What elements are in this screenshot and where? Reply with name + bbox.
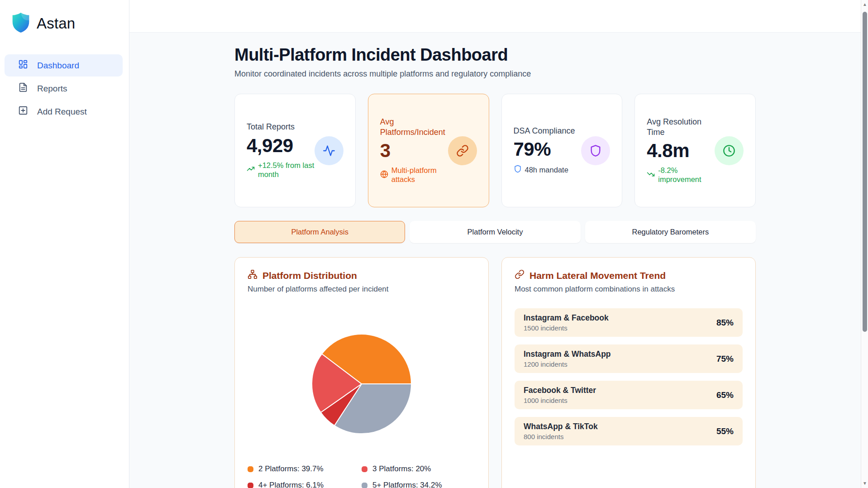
legend-item-2-platforms: 2 Platforms: 39.7% <box>248 464 362 474</box>
top-header-strip <box>129 0 861 33</box>
stat-value: 3 <box>380 140 448 162</box>
main-area: Multi-Platform Incident Dashboard Monito… <box>129 0 861 488</box>
legend-item-4plus-platforms: 4+ Platforms: 6.1% <box>248 481 362 488</box>
legend-swatch-icon <box>248 466 253 472</box>
tab-label: Regulatory Barometers <box>632 228 709 236</box>
tab-platform-analysis[interactable]: Platform Analysis <box>234 221 405 243</box>
page-title: Multi-Platform Incident Dashboard <box>234 45 756 65</box>
stat-change-text: Multi-platform attacks <box>391 166 448 184</box>
stat-label: Avg Resolution Time <box>647 117 715 137</box>
stat-change-text: +12.5% from last month <box>258 161 315 179</box>
pair-label: WhatsApp & TikTok <box>524 422 598 431</box>
brand-name: Astan <box>37 15 75 32</box>
shield-small-icon <box>514 165 522 175</box>
vertical-scrollbar[interactable]: ▲ ▼ <box>861 0 868 488</box>
list-item-instagram-facebook[interactable]: Instagram & Facebook 1500 incidents 85% <box>515 308 743 337</box>
square-plus-icon <box>18 105 28 118</box>
stat-label: Total Reports <box>247 122 315 132</box>
list-item-facebook-twitter[interactable]: Facebook & Twitter 1000 incidents 65% <box>515 381 743 409</box>
legend-swatch-icon <box>362 483 367 488</box>
activity-icon <box>315 136 343 165</box>
stat-change-text: 48h mandate <box>525 166 568 175</box>
scrollbar-thumb[interactable] <box>863 12 867 332</box>
view-tabs: Platform Analysis Platform Velocity Regu… <box>234 221 756 243</box>
stat-value: 4,929 <box>247 135 315 157</box>
network-icon <box>248 269 258 282</box>
pair-percentage: 75% <box>716 354 734 364</box>
sidebar-item-add-request[interactable]: Add Request <box>5 100 123 123</box>
stat-card-total-reports: Total Reports 4,929 +12.5% from last mon… <box>234 94 356 207</box>
sidebar-item-reports[interactable]: Reports <box>5 77 123 100</box>
incident-count: 800 incidents <box>524 433 598 440</box>
shield-icon <box>581 136 610 165</box>
tab-regulatory-barometers[interactable]: Regulatory Barometers <box>585 221 756 243</box>
pair-label: Instagram & Facebook <box>524 313 609 323</box>
tab-label: Platform Velocity <box>467 228 523 236</box>
tab-platform-velocity[interactable]: Platform Velocity <box>410 221 580 243</box>
panel-subtitle: Most common platform combinations in att… <box>515 285 743 294</box>
stat-cards-row: Total Reports 4,929 +12.5% from last mon… <box>234 94 756 207</box>
legend-item-3-platforms: 3 Platforms: 20% <box>362 464 476 474</box>
scroll-down-arrow-icon[interactable]: ▼ <box>861 480 868 487</box>
incident-count: 1000 incidents <box>524 397 596 404</box>
sidebar-item-dashboard[interactable]: Dashboard <box>5 54 123 77</box>
link-icon <box>448 136 477 165</box>
pair-label: Instagram & WhatsApp <box>524 349 611 359</box>
trending-up-icon <box>247 165 255 175</box>
platform-distribution-pie-chart <box>310 332 413 435</box>
stat-label: DSA Compliance <box>514 126 575 136</box>
stat-card-dsa-compliance: DSA Compliance 79% 48h mandate <box>501 94 623 207</box>
sidebar-item-label: Reports <box>37 84 67 94</box>
list-item-instagram-whatsapp[interactable]: Instagram & WhatsApp 1200 incidents 75% <box>515 344 743 373</box>
sidebar: Astan Dashboard Reports <box>0 0 129 488</box>
scroll-up-arrow-icon[interactable]: ▲ <box>861 1 868 8</box>
file-text-icon <box>18 82 28 95</box>
panel-title-text: Platform Distribution <box>262 270 357 281</box>
platform-distribution-card: Platform Distribution Number of platform… <box>234 257 489 488</box>
legend-label: 2 Platforms: 39.7% <box>258 464 324 474</box>
panel-title-text: Harm Lateral Movement Trend <box>529 270 666 281</box>
panel-subtitle: Number of platforms affected per inciden… <box>248 285 476 294</box>
tab-label: Platform Analysis <box>291 228 348 236</box>
incident-count: 1500 incidents <box>524 324 609 332</box>
stat-change-text: -8.2% improvement <box>658 166 715 184</box>
sidebar-nav: Dashboard Reports Add Request <box>0 54 129 123</box>
trending-down-icon <box>647 170 655 181</box>
link-icon <box>515 269 525 282</box>
legend-swatch-icon <box>362 466 367 472</box>
legend-swatch-icon <box>248 483 253 488</box>
legend-item-5plus-platforms: 5+ Platforms: 34.2% <box>362 481 476 488</box>
pair-percentage: 65% <box>716 390 734 400</box>
stat-value: 79% <box>514 139 575 160</box>
stat-card-avg-platforms: Avg Platforms/Incident 3 Multi-platform … <box>368 94 489 207</box>
legend-label: 3 Platforms: 20% <box>372 464 431 474</box>
list-item-whatsapp-tiktok[interactable]: WhatsApp & TikTok 800 incidents 55% <box>515 417 743 445</box>
stat-card-avg-resolution: Avg Resolution Time 4.8m -8.2% improveme… <box>634 94 756 207</box>
stat-value: 4.8m <box>647 140 715 162</box>
incident-count: 1200 incidents <box>524 360 611 368</box>
pie-legend: 2 Platforms: 39.7% 3 Platforms: 20% 4+ P… <box>248 464 476 488</box>
brand: Astan <box>0 0 129 35</box>
pair-percentage: 55% <box>716 426 734 436</box>
sidebar-item-label: Add Request <box>37 107 87 117</box>
brand-shield-logo-icon <box>11 12 31 35</box>
harm-lateral-movement-card: Harm Lateral Movement Trend Most common … <box>501 257 756 488</box>
dashboard-grid-icon <box>18 59 28 72</box>
sidebar-item-label: Dashboard <box>37 61 79 71</box>
platform-combination-list: Instagram & Facebook 1500 incidents 85% … <box>515 308 743 445</box>
legend-label: 5+ Platforms: 34.2% <box>372 481 442 488</box>
clock-icon <box>715 136 744 165</box>
pair-label: Facebook & Twitter <box>524 386 596 395</box>
legend-label: 4+ Platforms: 6.1% <box>258 481 324 488</box>
globe-icon <box>380 170 388 181</box>
stat-label: Avg Platforms/Incident <box>380 117 448 137</box>
pair-percentage: 85% <box>716 318 734 328</box>
page-subtitle: Monitor coordinated incidents across mul… <box>234 69 756 79</box>
